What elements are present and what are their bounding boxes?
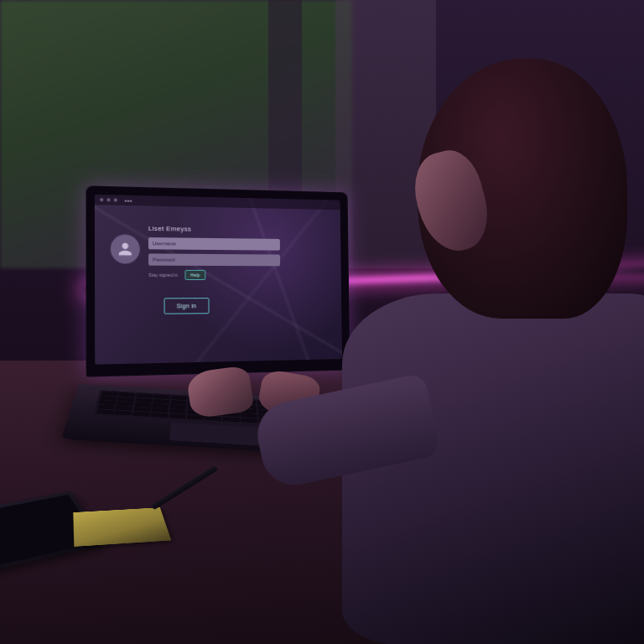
cup-sleeve [397,345,451,374]
sign-in-button[interactable]: Sign in [164,298,209,314]
login-fields: Liset Emeyss Username Password Stay sign… [148,225,301,280]
key[interactable] [151,413,169,418]
helper-text: Stay signed in [148,273,178,278]
laptop-screen: ●●● Liset Emeyss Username Password Stay … [95,195,342,365]
key[interactable] [258,419,275,424]
key[interactable] [223,417,240,422]
window-control-icon[interactable] [114,199,117,202]
avatar [111,234,140,263]
sticky-notes [73,507,171,547]
key[interactable] [276,420,293,425]
login-title: Liset Emeyss [148,225,300,235]
window-control-icon[interactable] [106,198,110,201]
key[interactable] [330,423,347,428]
username-input[interactable]: Username [148,237,280,251]
user-icon [116,240,135,259]
key[interactable] [96,409,114,414]
laptop-bezel: ●●● Liset Emeyss Username Password Stay … [86,185,350,377]
window-control-icon[interactable] [100,198,103,201]
coffee-cup [394,312,454,394]
key[interactable] [132,412,150,417]
laptop: ●●● Liset Emeyss Username Password Stay … [71,189,373,470]
menubar: ●●● [95,195,340,210]
key[interactable] [311,422,329,427]
trackpad[interactable] [169,423,275,447]
key[interactable] [169,413,185,418]
key[interactable] [241,418,257,423]
password-input[interactable]: Password [148,253,280,266]
help-button[interactable]: Help [184,270,205,280]
key[interactable] [293,421,311,426]
login-panel: Liset Emeyss Username Password Stay sign… [111,224,301,280]
menubar-label: ●●● [124,198,132,203]
key[interactable] [114,410,132,415]
